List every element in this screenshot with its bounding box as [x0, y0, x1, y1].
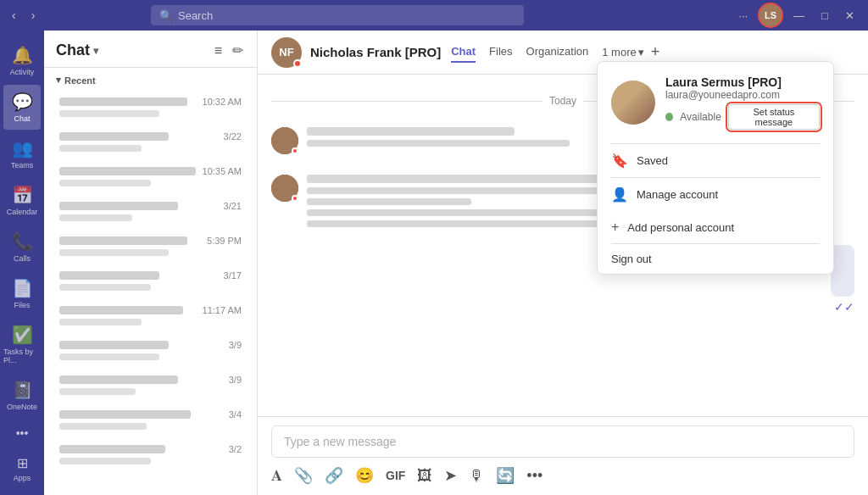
chat-name-bar [59, 375, 178, 384]
section-chevron: ▾ [56, 75, 61, 86]
more-options-button[interactable]: ··· [732, 8, 754, 24]
gif-icon[interactable]: GIF [386, 469, 405, 482]
compose-button[interactable]: ✏ [231, 41, 245, 60]
sidebar-label-activity: Activity [10, 68, 35, 76]
maximize-button[interactable]: □ [815, 8, 835, 24]
chat-time: 3/2 [229, 444, 242, 454]
chat-msg-bar [59, 388, 136, 395]
format-icon[interactable]: 𝐀 [271, 467, 282, 485]
sidebar-item-files[interactable]: 📄 Files [3, 271, 41, 316]
tab-chat[interactable]: Chat [451, 42, 476, 63]
search-input[interactable] [178, 9, 515, 22]
chat-name-bar [59, 445, 165, 453]
sign-out-label: Sign out [611, 253, 652, 265]
user-avatar-button[interactable]: LS [758, 3, 783, 28]
sticker-icon[interactable]: 🖼 [417, 467, 432, 485]
title-bar-actions: ··· LS — □ ✕ [732, 3, 861, 28]
chat-msg-bar [59, 423, 147, 430]
popup-status-dot [665, 113, 673, 121]
popup-saved-item[interactable]: 🔖 Saved [598, 144, 833, 177]
sidebar-item-calendar[interactable]: 📅 Calendar [3, 178, 41, 223]
loop-icon[interactable]: 🔄 [496, 466, 515, 485]
chat-list-header: Chat ▾ ≡ ✏ [44, 31, 257, 68]
list-item[interactable]: 3/9 [47, 368, 253, 402]
chat-list-actions: ≡ ✏ [213, 41, 245, 60]
list-item[interactable]: 10:32 AM [47, 90, 253, 124]
popup-avatar [611, 81, 655, 125]
list-item[interactable]: 3/9 [47, 333, 253, 367]
profile-popup-header: Laura Sermus [PRO] laura@youneedapro.com… [598, 62, 833, 143]
chat-time: 3/9 [229, 340, 242, 350]
sidebar-bottom: ⊞ Apps ? Help [9, 448, 35, 495]
link-icon[interactable]: 🔗 [325, 466, 343, 485]
chat-msg-bar [59, 110, 159, 117]
list-item[interactable]: 5:39 PM [47, 229, 253, 263]
teams-icon: 👥 [12, 138, 33, 159]
saved-label: Saved [637, 154, 668, 167]
chat-time: 3/22 [224, 131, 242, 142]
list-item[interactable]: 10:35 AM [47, 159, 253, 193]
section-label-text: Recent [64, 75, 96, 86]
emoji-icon[interactable]: 😊 [355, 466, 374, 485]
list-item[interactable]: 3/17 [47, 264, 253, 298]
search-bar[interactable]: 🔍 [151, 5, 524, 25]
nav-buttons: ‹ › [7, 7, 40, 24]
search-icon: 🔍 [159, 9, 173, 22]
list-item[interactable]: 3/21 [47, 194, 253, 228]
add-account-icon: + [611, 220, 619, 235]
sidebar-item-teams[interactable]: 👥 Teams [3, 131, 41, 176]
popup-add-account-item[interactable]: + Add personal account [598, 211, 833, 243]
sidebar-item-calls[interactable]: 📞 Calls [3, 225, 41, 270]
back-button[interactable]: ‹ [7, 7, 21, 24]
tab-files[interactable]: Files [489, 42, 512, 63]
list-item[interactable]: 11:17 AM [47, 298, 253, 332]
sidebar-item-help[interactable]: ? Help [13, 491, 31, 495]
popup-status-row: Available Set status message [665, 104, 820, 130]
sidebar-item-activity[interactable]: 🔔 Activity [3, 38, 41, 83]
sidebar-item-chat[interactable]: 💬 Chat [3, 85, 41, 130]
sidebar-item-apps[interactable]: ⊞ Apps [13, 448, 31, 489]
popup-sign-out-item[interactable]: Sign out [598, 244, 833, 274]
chat-time: 3/4 [229, 409, 242, 420]
minimize-button[interactable]: — [787, 8, 811, 24]
chat-name-bar [59, 167, 196, 175]
tab-more[interactable]: 1 more ▾ [602, 46, 643, 58]
add-tab-button[interactable]: + [651, 43, 660, 61]
message-input-box[interactable]: Type a new message [271, 425, 854, 458]
apps-icon: ⊞ [17, 455, 28, 471]
attach-icon[interactable]: 📎 [294, 466, 313, 485]
chat-name-bar [59, 97, 187, 106]
chat-header-tabs: Chat Files Organization 1 more ▾ [451, 42, 644, 63]
message-toolbar: 𝐀 📎 🔗 😊 GIF 🖼 ➤ 🎙 🔄 ••• [271, 464, 854, 487]
sidebar-item-more[interactable]: ••• [3, 420, 41, 447]
send-icon[interactable]: ➤ [444, 466, 457, 485]
forward-button[interactable]: › [26, 7, 41, 24]
list-item[interactable]: 3/22 [47, 125, 253, 159]
sidebar-label-onenote: OneNote [7, 403, 37, 411]
chat-main: NF Nicholas Frank [PRO] Chat Files Organ… [258, 31, 868, 495]
chat-title-chevron: ▾ [93, 45, 98, 57]
sidebar-label-tasks: Tasks by Pl... [3, 348, 41, 364]
chat-list-scroll[interactable]: 10:32 AM 3/22 10:35 AM [44, 89, 257, 495]
more-toolbar-icon[interactable]: ••• [526, 467, 542, 485]
chat-msg-bar [59, 319, 142, 325]
tab-organization[interactable]: Organization [526, 42, 589, 63]
sidebar-item-onenote[interactable]: 📓 OneNote [3, 373, 41, 418]
chat-time: 5:39 PM [207, 236, 242, 246]
list-item[interactable]: 3/4 [47, 403, 253, 437]
filter-button[interactable]: ≡ [213, 41, 224, 60]
popup-avatar-image [611, 81, 655, 125]
set-status-button[interactable]: Set status message [728, 104, 820, 130]
record-icon[interactable]: 🎙 [469, 467, 484, 485]
sidebar-label-teams: Teams [11, 161, 34, 170]
popup-manage-account-item[interactable]: 👤 Manage account [598, 178, 833, 211]
message-read-icon: ✓✓ [834, 300, 854, 314]
sidebar-item-tasks[interactable]: ✅ Tasks by Pl... [3, 318, 41, 371]
chat-time: 10:35 AM [203, 166, 242, 176]
chat-contact-name: Nicholas Frank [PRO] [310, 45, 441, 59]
close-button[interactable]: ✕ [838, 8, 861, 24]
calls-icon: 📞 [12, 231, 33, 252]
list-item[interactable]: 3/2 [47, 437, 253, 471]
chat-name-bar [59, 271, 159, 280]
more-icon: ••• [16, 426, 29, 440]
